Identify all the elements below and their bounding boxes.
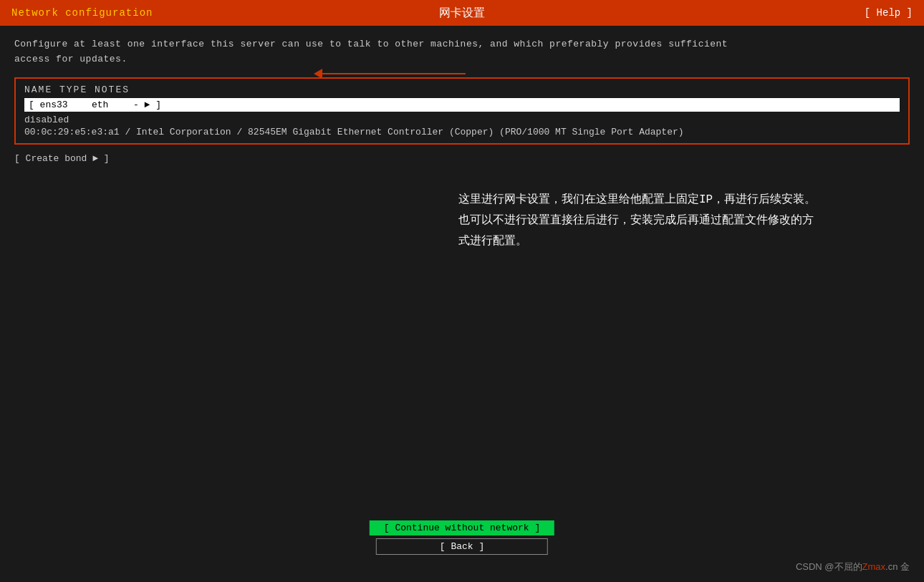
description-line2: access for updates. (14, 54, 127, 64)
watermark-highlight: Zmax (862, 561, 886, 572)
chinese-line3: 式进行配置。 (458, 231, 903, 252)
arrow-head (314, 69, 322, 79)
continue-without-network-button[interactable]: [ Continue without network ] (370, 520, 554, 535)
disabled-label: disabled (24, 115, 900, 125)
iface-bracket-open: [ ens33 (29, 100, 86, 110)
iface-notes: - ► ] (133, 100, 262, 110)
watermark-prefix: CSDN @不屈的 (796, 561, 862, 572)
create-bond[interactable]: [ Create bond ► ] (14, 153, 910, 164)
mac-info: 00:0c:29:e5:e3:a1 / Intel Corporation / … (24, 127, 900, 137)
header-left-label: Network configuration (11, 7, 153, 19)
description-text: Configure at least one interface this se… (14, 37, 910, 67)
watermark: CSDN @不屈的Zmax.cn 金 (796, 561, 910, 573)
description-line1: Configure at least one interface this se… (14, 39, 728, 49)
interface-row[interactable]: [ ens33 eth - ► ] (24, 98, 900, 112)
arrow-annotation (322, 73, 466, 74)
bottom-buttons: [ Continue without network ] [ Back ] (370, 520, 554, 555)
header-bar: Network configuration 网卡设置 [ Help ] (0, 0, 924, 26)
table-header: NAME TYPE NOTES (24, 84, 900, 95)
chinese-annotation: 这里进行网卡设置，我们在这里给他配置上固定IP，再进行后续安装。 也可以不进行设… (458, 190, 903, 251)
chinese-line2: 也可以不进行设置直接往后进行，安装完成后再通过配置文件修改的方 (458, 210, 903, 231)
interface-box: NAME TYPE NOTES [ ens33 eth - ► ] disabl… (14, 77, 910, 145)
iface-type: eth (92, 100, 127, 110)
main-content: Configure at least one interface this se… (0, 26, 924, 187)
header-center-label: 网卡设置 (439, 6, 485, 21)
arrow-line (322, 73, 466, 74)
chinese-line1: 这里进行网卡设置，我们在这里给他配置上固定IP，再进行后续安装。 (458, 190, 903, 210)
watermark-suffix: .cn 金 (885, 561, 910, 572)
header-right-label[interactable]: [ Help ] (865, 7, 913, 19)
back-button[interactable]: [ Back ] (376, 538, 548, 555)
